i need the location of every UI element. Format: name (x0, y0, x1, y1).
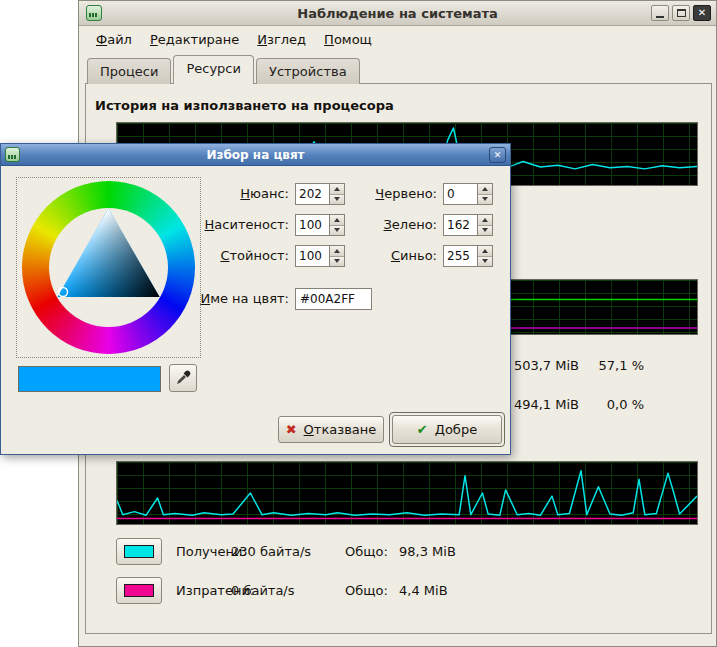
arrow-down-icon (482, 259, 488, 263)
sent-color-button[interactable] (116, 577, 162, 604)
arrow-down-icon (482, 197, 488, 201)
maximize-icon (677, 9, 686, 17)
color-name-input[interactable] (295, 288, 372, 310)
tab-bar: Процеси Ресурси Устройства (87, 56, 362, 84)
close-icon: ✕ (698, 8, 706, 18)
value-label: Стойност: (151, 245, 289, 267)
menu-view[interactable]: Изглед (248, 29, 315, 50)
color-picker-dialog: Избор на цвят ✕ Нюанс: (0, 143, 511, 455)
minimize-icon (656, 16, 664, 18)
menu-edit[interactable]: Редактиране (141, 29, 248, 50)
arrow-up-icon (482, 218, 488, 222)
minimize-button[interactable] (651, 5, 669, 21)
dialog-close-button[interactable]: ✕ (489, 147, 506, 163)
cpu-history-title: История на използването на процесора (95, 98, 394, 113)
received-total: 98,3 MiB (399, 543, 456, 561)
tab-processes[interactable]: Процеси (87, 58, 171, 84)
green-spin-down-button[interactable] (478, 225, 492, 236)
dialog-titlebar[interactable]: Избор на цвят (1, 144, 510, 166)
cancel-button-label: Отказване (304, 422, 377, 437)
green-spinbox (443, 214, 493, 236)
green-input[interactable] (444, 215, 477, 235)
hue-input[interactable] (296, 184, 329, 204)
menubar: Файл Редактиране Изглед Помощ (79, 27, 716, 51)
saturation-input[interactable] (296, 215, 329, 235)
tab-devices[interactable]: Устройства (256, 58, 360, 84)
tab-resources[interactable]: Ресурси (173, 55, 254, 84)
sent-total-label: Общо: (345, 582, 388, 600)
green-spin-up-button[interactable] (478, 215, 492, 225)
red-label: Червено: (333, 183, 437, 205)
color-name-label: Име на цвят: (151, 288, 289, 310)
blue-input[interactable] (444, 246, 477, 266)
window-controls: ✕ (651, 5, 711, 21)
arrow-up-icon (482, 187, 488, 191)
dialog-title: Избор на цвят (1, 148, 510, 162)
blue-spin-down-button[interactable] (478, 256, 492, 267)
sent-rate: 0 байта/s (231, 582, 295, 600)
titlebar[interactable]: Наблюдение на системата ✕ (79, 1, 716, 26)
blue-label: Синьо: (333, 245, 437, 267)
close-icon: ✕ (494, 150, 502, 160)
red-input[interactable] (444, 184, 477, 204)
window-title: Наблюдение на системата (79, 6, 716, 21)
sent-color-swatch (124, 584, 154, 597)
eyedropper-icon (175, 370, 191, 386)
swap-percent: 0,0 % (584, 397, 644, 412)
green-spin-buttons (477, 215, 492, 235)
eyedropper-button[interactable] (169, 364, 197, 392)
ok-icon: ✔ (417, 422, 428, 437)
red-spin-down-button[interactable] (478, 194, 492, 205)
sent-total: 4,4 MiB (399, 582, 448, 600)
arrow-up-icon (482, 249, 488, 253)
ok-button[interactable]: ✔ Добре (392, 415, 502, 444)
arrow-down-icon (482, 228, 488, 232)
memory-amount: 503,7 MiB (499, 358, 579, 373)
red-spin-buttons (477, 184, 492, 204)
color-preview (18, 366, 161, 392)
cancel-button[interactable]: ✖ Отказване (278, 416, 384, 443)
received-rate: 230 байта/s (231, 543, 311, 561)
network-history-chart (116, 461, 698, 525)
blue-spin-buttons (477, 246, 492, 266)
blue-spinbox (443, 245, 493, 267)
cancel-icon: ✖ (286, 422, 297, 437)
value-input[interactable] (296, 246, 329, 266)
swap-amount: 494,1 MiB (499, 397, 579, 412)
menu-help[interactable]: Помощ (315, 29, 381, 50)
ok-button-label: Добре (435, 422, 477, 437)
hsv-triangle[interactable] (22, 181, 195, 354)
hue-label: Нюанс: (151, 183, 289, 205)
received-color-swatch (124, 545, 154, 558)
ok-button-default-ring: ✔ Добре (389, 412, 505, 447)
memory-percent: 57,1 % (584, 358, 644, 373)
red-spin-up-button[interactable] (478, 184, 492, 194)
maximize-button[interactable] (672, 5, 690, 21)
hsv-triangle-black-shade (57, 209, 159, 298)
close-button[interactable]: ✕ (693, 5, 711, 21)
red-spinbox (443, 183, 493, 205)
green-label: Зелено: (333, 214, 437, 236)
received-color-button[interactable] (116, 538, 162, 565)
blue-spin-up-button[interactable] (478, 246, 492, 256)
saturation-label: Наситеност: (151, 214, 289, 236)
received-total-label: Общо: (345, 543, 388, 561)
menu-file[interactable]: Файл (87, 29, 141, 50)
